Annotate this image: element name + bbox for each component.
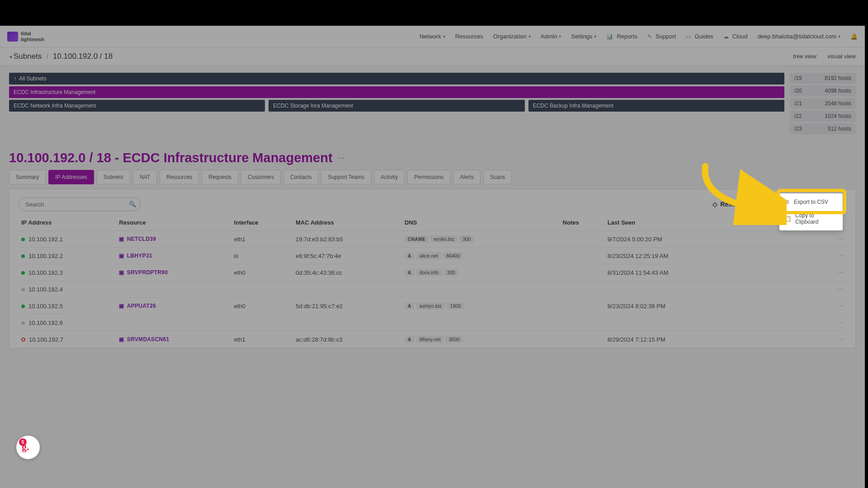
logo-text: tidal lightmesh (21, 31, 44, 42)
table-row[interactable]: 10.100.192.1 ▣NETCLD39 eth1 19:7d:e3:b2:… (19, 231, 846, 248)
title-more-icon[interactable]: ⋯ (337, 154, 344, 162)
tab-requests[interactable]: Requests (202, 170, 238, 184)
nav-support[interactable]: ✎Support (647, 33, 676, 40)
back-caret-icon[interactable]: ◂ (9, 53, 12, 60)
clipboard-icon: 📋 (785, 216, 792, 222)
nav-network[interactable]: Network▾ (420, 33, 445, 40)
tab-summary[interactable]: Summary (9, 170, 46, 184)
column-header[interactable]: MAC Address (293, 215, 402, 231)
status-dot-icon (21, 254, 25, 258)
cidr-list: /198192 hosts/204096 hosts/212048 hosts/… (790, 73, 856, 134)
logo-mark-icon (7, 32, 18, 42)
cidr-option[interactable]: /221024 hosts (790, 111, 856, 122)
cidr-option[interactable]: /204096 hosts (790, 85, 856, 96)
hierarchy-child[interactable]: ECDC Backup Infra Management (528, 100, 784, 112)
layers-button[interactable]: ▣Layers (753, 201, 782, 208)
cidr-option[interactable]: /198192 hosts (790, 73, 856, 84)
tab-activity[interactable]: Activity (374, 170, 405, 184)
row-more-button[interactable]: ⋯ (822, 281, 846, 298)
export-dropdown: 🗎 Export to CSV 📋 Copy to Clipboard (779, 193, 843, 230)
hierarchy-current[interactable]: ECDC Infrastructure Management (9, 86, 784, 98)
tab-support-teams[interactable]: Support Teams (321, 170, 371, 184)
row-more-button[interactable]: ⋯ (822, 248, 846, 264)
visual-view-tab[interactable]: visual view (827, 53, 856, 60)
tab-contacts[interactable]: Contacts (283, 170, 318, 184)
table-row[interactable]: 10.100.192.6 ⋯ (19, 314, 846, 331)
book-icon: ▭ (686, 33, 691, 40)
row-more-button[interactable]: ⋯ (822, 331, 846, 348)
tab-alerts[interactable]: Alerts (453, 170, 481, 184)
toolbar: 🔍 ◇Reserve ▣Layers ⛶Fullscreen ⋯ (9, 189, 855, 215)
chevron-down-icon: ▾ (594, 34, 596, 39)
logo[interactable]: tidal lightmesh (7, 31, 44, 42)
export-csv-item[interactable]: 🗎 Export to CSV (779, 195, 843, 209)
nav-settings[interactable]: Settings▾ (571, 33, 596, 40)
hierarchy-child[interactable]: ECDC Network Infra Management (9, 100, 265, 112)
ip-table: IP AddressResourceInterfaceMAC AddressDN… (19, 215, 846, 348)
status-dot-icon (21, 321, 25, 325)
nav-reports[interactable]: 📊Reports (606, 33, 637, 40)
table-row[interactable]: 10.100.192.3 ▣SRVPRDPTR90 eth0 0d:35:4c:… (19, 264, 846, 281)
table-row[interactable]: 10.100.192.7 ▣SRVMDASCN61 eth1 ac:d6:28:… (19, 331, 846, 348)
tab-permissions[interactable]: Permissions (407, 170, 450, 184)
badge-count: 5 (19, 438, 27, 446)
tab-subnets[interactable]: Subnets (97, 170, 130, 184)
hierarchy-panel: ↑ All Subnets ECDC Infrastructure Manage… (0, 66, 865, 134)
row-more-button[interactable]: ⋯ (822, 231, 846, 248)
chart-icon: 📊 (606, 33, 613, 40)
table-row[interactable]: 10.100.192.2 ▣LBHYP31 lo e6:9f:5c:47:7b:… (19, 248, 846, 264)
up-arrow-icon: ↑ (14, 75, 16, 82)
cidr-option[interactable]: /23512 hosts (790, 123, 856, 134)
status-dot-icon (21, 238, 25, 241)
nav-admin[interactable]: Admin▾ (541, 33, 561, 40)
column-header[interactable]: IP Address (19, 215, 116, 231)
copy-clipboard-item[interactable]: 📋 Copy to Clipboard (779, 209, 843, 229)
column-header[interactable]: Interface (231, 215, 293, 231)
status-dot-icon (21, 271, 25, 275)
cidr-option[interactable]: /212048 hosts (790, 98, 856, 109)
tab-ip-addresses[interactable]: IP Addresses (48, 170, 94, 184)
page-title: 10.100.192.0 / 18 - ECDC Infrastructure … (0, 134, 865, 170)
tab-nat[interactable]: NAT (133, 170, 157, 184)
breadcrumb-root[interactable]: Subnets (14, 52, 42, 61)
search-box: 🔍 (19, 197, 141, 211)
server-icon: ▣ (119, 336, 124, 343)
row-more-button[interactable]: ⋯ (822, 264, 846, 281)
row-more-button[interactable]: ⋯ (822, 314, 846, 331)
reserve-button[interactable]: ◇Reserve (712, 201, 745, 208)
server-icon: ▣ (119, 303, 124, 309)
breadcrumb: ◂ Subnets / 10.100.192.0 / 18 tree view … (0, 47, 865, 66)
row-more-button[interactable]: ⋯ (822, 298, 846, 314)
breadcrumb-separator: / (46, 52, 48, 61)
search-input[interactable] (19, 197, 141, 211)
nav-user[interactable]: deep.bhalotia@tidalcloud.com▾ (758, 33, 840, 40)
tab-resources[interactable]: Resources (160, 170, 199, 184)
tab-strip: SummaryIP AddressesSubnetsNATResourcesRe… (0, 170, 865, 189)
server-icon: ▣ (119, 269, 124, 276)
column-header[interactable]: Last Seen (605, 215, 741, 231)
tab-customers[interactable]: Customers (241, 170, 281, 184)
cloud-icon: ☁ (723, 33, 729, 40)
chevron-down-icon: ▾ (559, 34, 561, 39)
column-header[interactable]: DNS (402, 215, 560, 231)
chevron-down-icon: ▾ (443, 34, 445, 39)
search-icon: 🔍 (129, 201, 136, 207)
nav-cloud[interactable]: ☁Cloud (723, 33, 748, 40)
status-dot-icon (21, 305, 25, 308)
tree-view-tab[interactable]: tree view (793, 53, 816, 60)
nav-resources[interactable]: Resources (455, 33, 483, 40)
nav-organization[interactable]: Organization▾ (493, 33, 531, 40)
column-header[interactable]: Resource (116, 215, 231, 231)
tab-scans[interactable]: Scans (483, 170, 512, 184)
table-row[interactable]: 10.100.192.5 ▣APPUAT26 eth0 5d:db:21:95:… (19, 298, 846, 314)
nav-guides[interactable]: ▭Guides (686, 33, 713, 40)
hierarchy-child[interactable]: ECDC Storage Inra Management (269, 100, 524, 112)
hierarchy-all-subnets[interactable]: ↑ All Subnets (9, 73, 784, 84)
bell-icon: 🔔 (850, 33, 858, 40)
nav-bell[interactable]: 🔔 (850, 33, 858, 40)
server-icon: ▣ (119, 253, 124, 259)
table-row[interactable]: 10.100.192.4 ⋯ (19, 281, 846, 298)
grammarly-badge[interactable]: 5 g. (16, 436, 40, 459)
server-icon: ▣ (119, 236, 124, 242)
column-header[interactable]: Notes (560, 215, 605, 231)
